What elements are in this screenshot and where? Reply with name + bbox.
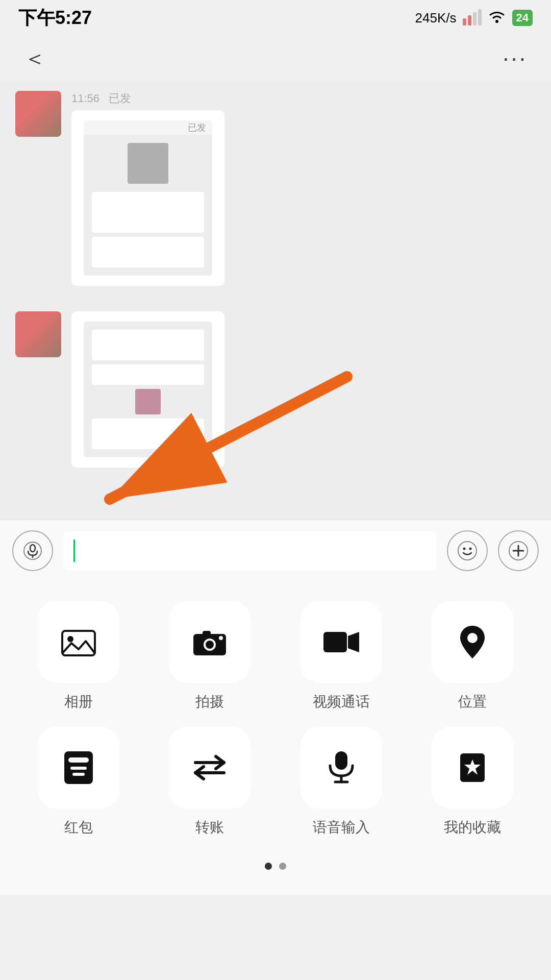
transfer-icon-box <box>169 727 251 808</box>
redpacket-label: 红包 <box>64 818 93 837</box>
svg-point-21 <box>467 633 478 643</box>
action-item-redpacket[interactable]: 红包 <box>20 727 137 837</box>
message-item-2 <box>0 301 551 468</box>
svg-point-18 <box>219 636 223 640</box>
action-item-camera[interactable]: 拍摄 <box>152 601 268 712</box>
svg-point-4 <box>30 545 35 552</box>
dot-2 <box>279 863 286 870</box>
avatar-1 <box>15 91 61 137</box>
back-button[interactable]: ＜ <box>18 38 51 79</box>
avatar-2 <box>15 311 61 357</box>
video-call-icon-box <box>300 601 382 683</box>
svg-point-16 <box>206 641 214 649</box>
svg-rect-17 <box>203 631 211 636</box>
svg-point-13 <box>67 636 73 642</box>
status-bar: 下午5:27 245K/s 24 <box>0 0 551 36</box>
voice-input-label: 语音输入 <box>313 818 370 837</box>
plus-button[interactable] <box>498 530 539 571</box>
camera-label: 拍摄 <box>195 692 224 712</box>
action-item-video-call[interactable]: 视频通话 <box>283 601 399 712</box>
dot-1 <box>265 863 272 870</box>
chat-area: 11:56 已发 已发 <box>0 81 551 520</box>
text-input[interactable] <box>63 531 437 570</box>
svg-point-8 <box>469 547 472 550</box>
more-button[interactable]: ··· <box>497 40 533 76</box>
battery-icon: 24 <box>512 10 533 26</box>
favorites-label: 我的收藏 <box>444 818 501 837</box>
action-item-voice-input[interactable]: 语音输入 <box>283 727 399 837</box>
location-icon-box <box>432 601 513 683</box>
voice-button[interactable] <box>12 530 53 571</box>
album-icon-box <box>38 601 119 683</box>
signal-icon <box>463 10 482 26</box>
location-label: 位置 <box>458 692 487 712</box>
message-bubble-1: 已发 <box>71 110 224 286</box>
svg-marker-20 <box>348 632 359 652</box>
action-grid-row1: 相册 拍摄 视频通话 <box>20 601 531 712</box>
message-bubble-2 <box>71 311 224 468</box>
video-call-label: 视频通话 <box>313 692 370 712</box>
action-grid-row2: 红包 转账 <box>20 727 531 837</box>
svg-rect-19 <box>323 632 347 652</box>
svg-rect-28 <box>335 751 347 770</box>
pagination-dots <box>20 852 531 885</box>
message-item-1: 11:56 已发 已发 <box>0 81 551 286</box>
voice-input-icon-box <box>300 727 382 808</box>
action-panel: 相册 拍摄 视频通话 <box>0 581 551 895</box>
network-speed: 245K/s <box>415 10 457 26</box>
svg-rect-25 <box>72 773 85 776</box>
svg-rect-12 <box>62 631 95 655</box>
bubble-wrapper-1: 11:56 已发 已发 <box>71 91 224 286</box>
svg-point-0 <box>495 20 498 23</box>
action-item-transfer[interactable]: 转账 <box>152 727 268 837</box>
input-bar <box>0 520 551 581</box>
status-right-area: 245K/s 24 <box>415 9 533 28</box>
svg-rect-23 <box>68 757 89 763</box>
action-item-album[interactable]: 相册 <box>20 601 137 712</box>
bubble-wrapper-2 <box>71 311 224 468</box>
message-time-1: 11:56 已发 <box>71 91 224 106</box>
transfer-label: 转账 <box>195 818 224 837</box>
wifi-icon <box>488 9 506 28</box>
redpacket-icon-box <box>38 727 119 808</box>
favorites-icon-box <box>432 727 513 808</box>
svg-point-7 <box>463 547 466 550</box>
header: ＜ ··· <box>0 36 551 81</box>
camera-icon-box <box>169 601 251 683</box>
text-cursor <box>73 540 75 562</box>
album-label: 相册 <box>64 692 93 712</box>
action-item-location[interactable]: 位置 <box>415 601 531 712</box>
svg-point-6 <box>458 542 477 560</box>
status-time: 下午5:27 <box>18 6 92 31</box>
svg-rect-24 <box>70 767 87 770</box>
action-item-favorites[interactable]: 我的收藏 <box>415 727 531 837</box>
emoji-button[interactable] <box>447 530 488 571</box>
